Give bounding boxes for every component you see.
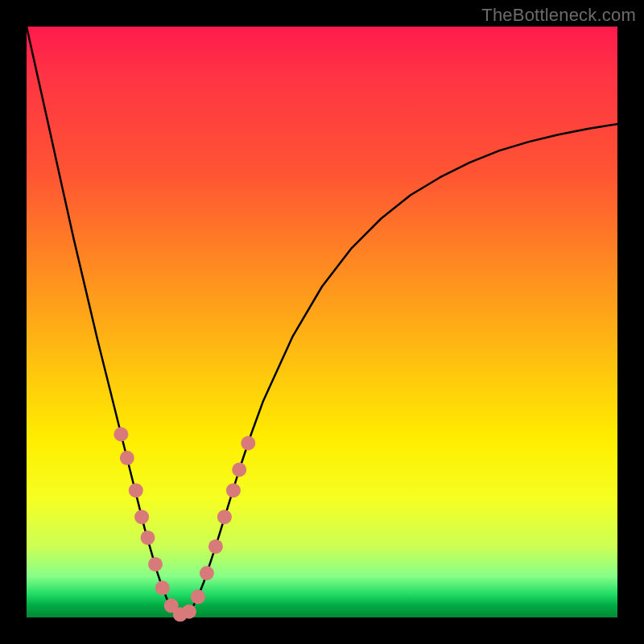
marker-dot	[226, 483, 241, 497]
curve-line	[27, 27, 617, 614]
marker-dot	[155, 580, 170, 595]
marker-dot	[241, 436, 255, 451]
marker-dot	[148, 557, 163, 572]
chart-container: TheBottleneck.com	[0, 0, 644, 644]
marker-dot	[200, 566, 214, 580]
marker-dot	[141, 530, 155, 545]
marker-dot	[134, 510, 149, 524]
curve-markers	[114, 427, 255, 622]
marker-dot	[208, 539, 223, 554]
marker-dot	[114, 427, 128, 442]
marker-dot	[120, 451, 134, 465]
marker-dot	[232, 463, 246, 477]
chart-overlay	[0, 0, 644, 644]
marker-dot	[191, 589, 205, 604]
marker-dot	[182, 605, 196, 619]
marker-dot	[129, 483, 143, 497]
marker-dot	[217, 510, 232, 524]
